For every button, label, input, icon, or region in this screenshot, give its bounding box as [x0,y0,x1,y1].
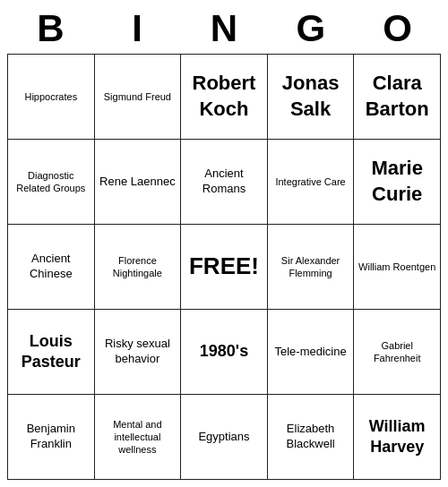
cell-r4-c3: Elizabeth Blackwell [267,395,354,480]
letter-o: O [354,7,441,50]
cell-r3-c3: Tele-medicine [267,310,354,395]
cell-r2-c0: Ancient Chinese [8,225,95,310]
cell-r0-c4: Clara Barton [354,55,441,140]
letter-i: I [94,7,181,50]
cell-r2-c1: Florence Nightingale [94,225,181,310]
cell-r0-c0: Hippocrates [8,55,95,140]
cell-r0-c1: Sigmund Freud [94,55,181,140]
cell-r1-c0: Diagnostic Related Groups [8,140,95,225]
cell-r4-c4: William Harvey [354,395,441,480]
cell-r3-c1: Risky sexual behavior [94,310,181,395]
cell-r1-c3: Integrative Care [267,140,354,225]
cell-r3-c2: 1980's [181,310,268,395]
cell-r1-c2: Ancient Romans [181,140,268,225]
cell-r4-c2: Egyptians [181,395,268,480]
cell-r3-c0: Louis Pasteur [8,310,95,395]
bingo-header: B I N G O [7,7,441,50]
cell-r0-c3: Jonas Salk [267,55,354,140]
cell-r2-c2: FREE! [181,225,268,310]
letter-n: N [181,7,268,50]
letter-b: B [7,7,94,50]
cell-r0-c2: Robert Koch [181,55,268,140]
cell-r1-c1: Rene Laennec [94,140,181,225]
cell-r2-c3: Sir Alexander Flemming [267,225,354,310]
cell-r2-c4: William Roentgen [354,225,441,310]
cell-r4-c0: Benjamin Franklin [8,395,95,480]
letter-g: G [267,7,354,50]
bingo-grid: HippocratesSigmund FreudRobert KochJonas… [7,54,441,480]
cell-r4-c1: Mental and intellectual wellness [94,395,181,480]
cell-r3-c4: Gabriel Fahrenheit [354,310,441,395]
cell-r1-c4: Marie Curie [354,140,441,225]
